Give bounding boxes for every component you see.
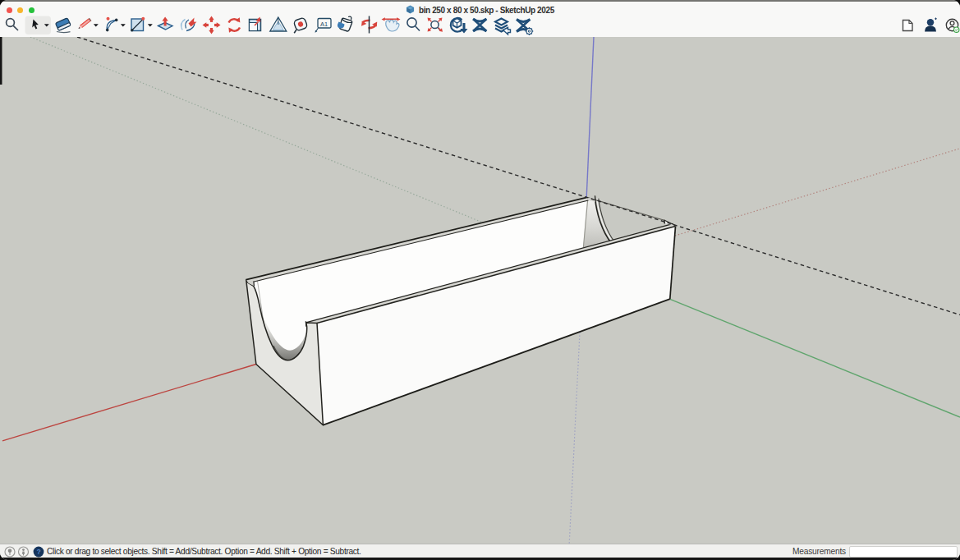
svg-text:?: ? — [36, 548, 40, 556]
svg-text:A1: A1 — [320, 21, 328, 28]
